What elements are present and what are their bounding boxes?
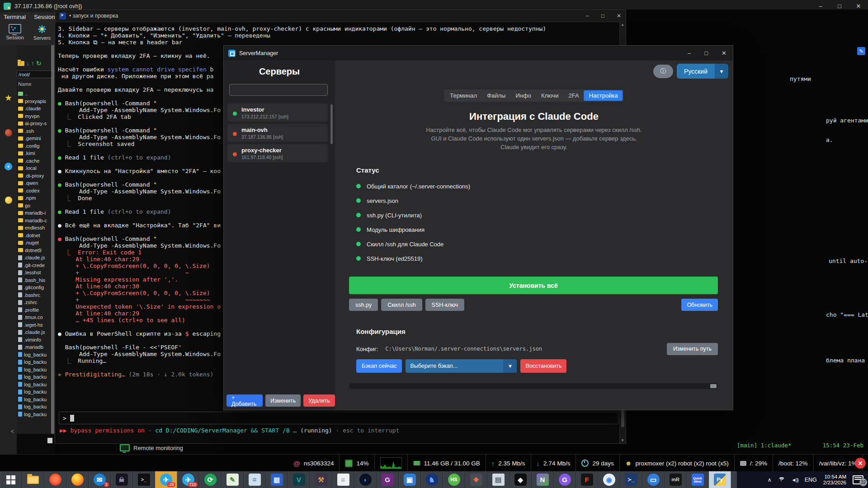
file-row[interactable]: .viminfo [18,336,54,344]
volume-icon[interactable]: ◄)) [792,477,798,483]
server-list-item[interactable]: main-ovh37.187.136.86 [ssh] [227,124,328,142]
server-list-item[interactable]: investor173.212.212.157 [ssh] [227,103,328,122]
menu-item-sessions[interactable]: Sessions [34,14,58,20]
upload-icon[interactable]: ↑ [31,60,34,66]
chrome-app[interactable]: ◉ [598,471,620,488]
tab-инфо[interactable]: Инфо [510,90,536,101]
file-row[interactable]: endlessh [18,224,54,232]
server-list-item[interactable]: proxy-checker161.97.118.40 [ssh] [227,144,328,162]
path-input[interactable] [17,70,54,78]
sidebar-scrollbar[interactable] [51,45,54,434]
file-row[interactable]: .dotnet [18,232,54,239]
terminal-maximize-icon[interactable]: □ [601,13,604,19]
hs-app[interactable]: HS [443,471,465,488]
file-row[interactable]: .config [18,142,54,150]
file-row[interactable]: .bashrc [18,291,54,299]
tray-chevron-icon[interactable]: ∧ [768,477,772,483]
file-row[interactable]: log_backu [18,411,54,418]
file-row[interactable]: .claude [18,105,54,113]
server-search-input[interactable] [229,84,328,96]
terminal-minimize-icon[interactable]: – [586,13,589,19]
server-button-изменить[interactable]: Изменить [265,394,301,407]
tab-файлы[interactable]: Файлы [482,90,510,101]
edit-icon[interactable]: ✎ [857,47,865,55]
restore-button[interactable]: Восстановить [520,359,566,373]
tab-ключи[interactable]: Ключи [536,90,564,101]
tab-настройка[interactable]: Настройка [584,90,623,101]
file-row[interactable]: .git-crede [18,262,54,269]
sm-maximize-icon[interactable]: □ [704,50,708,56]
notepad-app[interactable]: ≡ [332,471,354,488]
language-dropdown[interactable]: Русский ▼ [677,64,728,79]
neovim[interactable]: N [532,471,554,488]
refresh-icon[interactable]: ↻ [36,60,42,66]
server-list-scrollbar[interactable] [330,104,333,144]
brave-browser[interactable] [44,471,66,488]
file-row[interactable]: .codex [18,187,54,195]
screens-app[interactable]: ❖ [465,471,487,488]
file-row[interactable]: myvpn [18,113,54,120]
file-row[interactable]: log_backu [18,373,54,381]
file-row[interactable]: dotnet9 [18,247,54,254]
file-row[interactable]: .zshrc [18,299,54,306]
toolbar-servers-button[interactable]: Servers [32,24,52,41]
wifi-icon[interactable] [778,477,785,483]
calculator[interactable]: = [244,471,266,488]
telegram[interactable]: ✈715 [177,471,199,488]
quick-utmo[interactable]: Quick utmo [687,471,709,488]
sm-minimize-icon[interactable]: – [688,50,691,56]
file-row[interactable]: .cache [18,157,54,165]
download-icon[interactable]: ↓ [26,60,29,66]
backup-select-dropdown[interactable]: Выберите бэкап... ▼ [406,359,517,373]
file-row[interactable]: .nuget [18,239,54,247]
firefox[interactable] [66,471,89,488]
python-app[interactable]: Py [709,471,731,488]
file-row[interactable]: mariadb-i [18,209,54,217]
blue-monitor-app[interactable]: ▭ [642,471,665,488]
file-row[interactable]: log_backu [18,396,54,404]
purple-doc-app[interactable]: G [377,471,399,488]
scroll-up-icon[interactable]: ▲ [621,23,624,27]
notepad-plus-plus[interactable]: ✎ [222,471,244,488]
file-row[interactable]: log_backu [18,358,54,366]
notifications-icon[interactable]: 32 [853,475,863,484]
servermanager-titlebar[interactable]: ServerManager – □ ✕ [224,46,733,61]
powershell[interactable]: ≻_ [620,471,642,488]
tab-терминал[interactable]: Терминал [445,90,482,101]
taskbar-clock[interactable]: 10:54 AM2/23/2026 [823,474,846,486]
server-button-добавить[interactable]: + Добавить [226,394,263,407]
sidebar-scroll-left-icon[interactable]: < [11,428,14,435]
file-row[interactable]: .local [18,164,54,172]
stats-close-button[interactable]: ✕ [855,458,866,469]
file-row[interactable]: .claude.js [18,254,54,262]
backup-now-button[interactable]: Бэкап сейчас [356,359,402,373]
menu-item-terminal[interactable]: Terminal [4,14,26,20]
github-desktop[interactable]: G [554,471,576,488]
terminal-prompt-box[interactable]: > [59,412,618,424]
file-row[interactable]: log_backu [18,381,54,389]
file-explorer[interactable] [22,471,44,488]
component-button-ssh-ключ[interactable]: SSH-ключ [425,299,464,311]
folder-up-icon[interactable] [18,61,24,66]
scroll-down-icon[interactable]: ▼ [621,438,624,442]
hscrollbar-thumb[interactable] [710,384,717,388]
red-app-icon[interactable] [5,129,12,136]
toolbar-session-button[interactable]: Session [5,24,25,41]
file-row[interactable]: .tmux.co [18,314,54,321]
thunderbird[interactable]: ✉2 [89,471,111,488]
blue-creature-app[interactable]: ♞ [421,471,443,488]
dark-circle-app[interactable]: ◗ [354,471,377,488]
file-row[interactable]: .npm [18,194,54,202]
favorites-star-icon[interactable]: ★ [5,93,12,103]
figma[interactable]: F [576,471,598,488]
component-button-скилл--ssh[interactable]: Скилл /ssh [381,299,422,311]
start-button[interactable] [0,471,22,488]
file-row[interactable]: go [18,202,54,210]
server-button-удалить[interactable]: Удалить [303,394,335,407]
cube-app[interactable]: ◆ [509,471,532,488]
file-row[interactable]: .. [18,90,54,98]
photos-app[interactable]: ▣ [399,471,421,488]
tab-2fa[interactable]: 2FA [564,90,584,101]
file-row[interactable]: mariadb-c [18,217,54,225]
vb-app[interactable]: V [288,471,310,488]
